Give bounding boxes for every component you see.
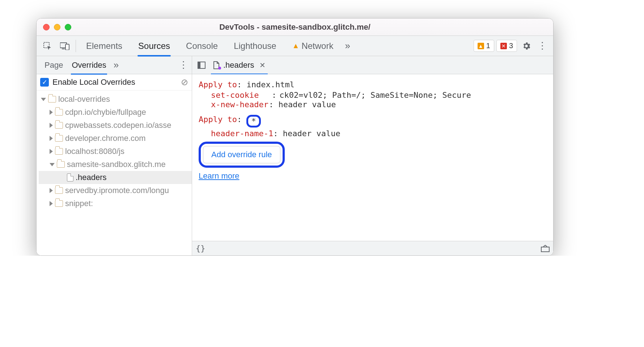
tree-root[interactable]: local-overrides <box>39 93 192 106</box>
enable-overrides-checkbox[interactable]: ✓ <box>40 78 49 87</box>
header-row[interactable]: set-cookie : ck02=vl02; Path=/; SameSite… <box>211 91 547 100</box>
chevron-right-icon <box>50 149 53 154</box>
folder-icon <box>55 135 63 142</box>
header-row[interactable]: header-name-1 : header value <box>211 129 547 138</box>
chevron-down-icon <box>41 98 46 101</box>
file-tab-label: .headers <box>223 60 254 70</box>
svg-rect-6 <box>541 247 549 252</box>
minimize-window-button[interactable] <box>54 24 60 30</box>
overrides-sidebar: ✓ Enable Local Overrides ⊘ local-overrid… <box>37 74 192 255</box>
tree-item-expanded[interactable]: samesite-sandbox.glitch.me <box>39 158 192 171</box>
tree-item[interactable]: snippet: <box>39 197 192 210</box>
clear-overrides-icon[interactable]: ⊘ <box>181 77 188 87</box>
settings-gear-icon[interactable] <box>518 38 534 54</box>
error-badge-icon: ✕ <box>500 43 507 49</box>
chevron-right-icon <box>50 188 53 193</box>
inspect-element-icon[interactable] <box>39 38 55 54</box>
warning-icon: ▲ <box>292 42 300 50</box>
close-window-button[interactable] <box>43 24 50 30</box>
folder-icon <box>55 122 63 129</box>
apply-to-row-1[interactable]: Apply to: index.html <box>199 80 547 89</box>
subtab-overrides[interactable]: Overrides <box>67 56 110 74</box>
zoom-window-button[interactable] <box>65 24 71 30</box>
chevron-down-icon <box>50 163 55 166</box>
toggle-navigator-icon[interactable] <box>195 57 208 73</box>
header-row[interactable]: x-new-header : header value <box>211 100 547 109</box>
folder-icon <box>48 96 56 103</box>
tab-console[interactable]: Console <box>179 36 225 56</box>
devtools-window: DevTools - samesite-sandbox.glitch.me/ E… <box>36 18 554 256</box>
secondary-bar: Page Overrides » ⋮ .headers ✕ <box>37 56 553 74</box>
folder-icon <box>55 109 63 116</box>
sidebar-kebab-icon[interactable]: ⋮ <box>179 59 188 71</box>
tab-elements[interactable]: Elements <box>79 36 130 56</box>
tree-item[interactable]: localhost:8080/js <box>39 145 192 158</box>
folder-icon <box>55 187 63 194</box>
status-braces[interactable]: {} <box>196 244 206 253</box>
svg-rect-2 <box>62 49 65 49</box>
tree-file-headers[interactable]: .headers <box>39 171 192 184</box>
svg-rect-5 <box>198 62 200 68</box>
tree-item[interactable]: servedby.ipromote.com/longu <box>39 184 192 197</box>
editor-statusbar: {} <box>192 241 553 255</box>
errors-badge[interactable]: ✕ 3 <box>496 40 517 52</box>
tree-item[interactable]: developer.chrome.com <box>39 132 192 145</box>
file-icon <box>67 174 73 181</box>
window-traffic-lights <box>43 24 71 30</box>
window-title: DevTools - samesite-sandbox.glitch.me/ <box>37 22 553 32</box>
more-tabs-chevron-icon[interactable]: » <box>342 40 353 51</box>
chevron-right-icon <box>50 136 53 141</box>
editor-tabstrip: .headers ✕ <box>192 56 553 74</box>
enable-overrides-label: Enable Local Overrides <box>52 78 135 87</box>
folder-icon <box>55 200 63 207</box>
tab-lighthouse[interactable]: Lighthouse <box>226 36 283 56</box>
folder-icon <box>57 161 65 168</box>
overrides-tree: local-overrides cdpn.io/chybie/fullpage … <box>37 91 192 210</box>
chevron-right-icon <box>50 110 53 115</box>
tree-item[interactable]: cpwebassets.codepen.io/asse <box>39 119 192 132</box>
warning-badge-icon: ▲ <box>478 43 484 49</box>
file-icon <box>213 61 220 69</box>
apply-to-row-2[interactable]: Apply to: * <box>199 115 547 127</box>
sources-sidebar-tabs: Page Overrides » ⋮ <box>37 56 192 74</box>
learn-more-link[interactable]: Learn more <box>199 171 240 181</box>
kebab-menu-icon[interactable]: ⋮ <box>534 38 550 54</box>
modified-dot-icon <box>218 67 221 70</box>
file-tab-headers[interactable]: .headers ✕ <box>208 56 271 74</box>
warnings-badge[interactable]: ▲ 1 <box>474 40 494 52</box>
drawer-toggle-icon[interactable] <box>541 245 550 252</box>
headers-editor: Apply to: index.html set-cookie : ck02=v… <box>192 74 553 255</box>
close-tab-icon[interactable]: ✕ <box>259 61 266 70</box>
wildcard-highlight: * <box>246 115 260 127</box>
titlebar: DevTools - samesite-sandbox.glitch.me/ <box>37 18 553 36</box>
tab-network[interactable]: ▲ Network <box>285 36 341 56</box>
add-rule-highlight: Add override rule <box>199 142 285 168</box>
enable-overrides-row[interactable]: ✓ Enable Local Overrides ⊘ <box>37 74 192 91</box>
add-override-rule-button[interactable]: Add override rule <box>203 146 280 163</box>
tab-sources[interactable]: Sources <box>131 36 177 56</box>
subtab-page[interactable]: Page <box>40 56 67 74</box>
main-tabbar: Elements Sources Console Lighthouse ▲ Ne… <box>37 36 553 56</box>
folder-icon <box>55 148 63 155</box>
content-body: ✓ Enable Local Overrides ⊘ local-overrid… <box>37 74 553 255</box>
more-subtabs-chevron-icon[interactable]: » <box>111 59 122 71</box>
svg-rect-3 <box>65 44 69 50</box>
tree-item[interactable]: cdpn.io/chybie/fullpage <box>39 106 192 119</box>
device-toolbar-icon[interactable] <box>57 38 73 54</box>
chevron-right-icon <box>50 123 53 128</box>
chevron-right-icon <box>50 201 53 206</box>
